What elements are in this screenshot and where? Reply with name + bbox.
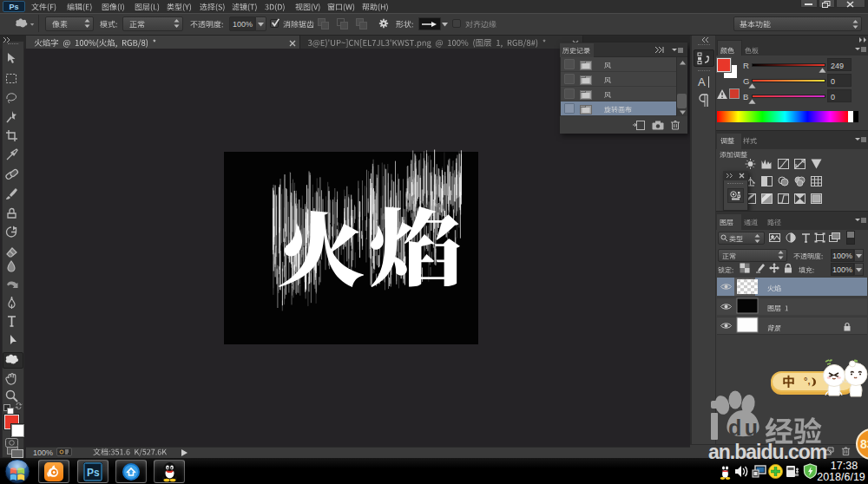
- svg-text:A: A: [698, 75, 706, 88]
- svg-text:Ps: Ps: [87, 467, 100, 479]
- svg-text:R: R: [743, 61, 749, 70]
